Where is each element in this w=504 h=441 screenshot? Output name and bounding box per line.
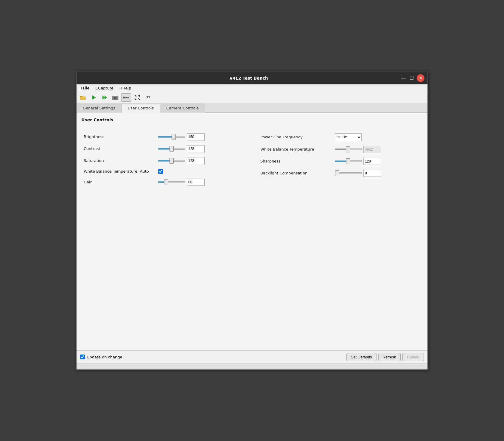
svg-marker-4 (102, 95, 105, 100)
update-on-change-checkbox[interactable] (80, 355, 85, 359)
brightness-slider-container (158, 133, 205, 140)
menu-capture[interactable]: CCapture (93, 85, 116, 91)
menubar: FFile CCapture HHelp (77, 84, 427, 92)
tab-bar: General Settings User Controls Camera Co… (77, 103, 427, 113)
wb-temp-label: White Balance Temperature (260, 147, 332, 151)
backlight-input[interactable] (363, 170, 381, 177)
section-title: User Controls (81, 117, 423, 122)
wb-auto-row: White Balance Temperature, Auto (84, 167, 244, 176)
close-button[interactable]: ✕ (417, 74, 424, 82)
help-icon: ⁇ (145, 95, 151, 100)
help-button[interactable]: ⁇ (143, 93, 153, 102)
resize-icon (134, 95, 141, 100)
saturation-input[interactable] (187, 157, 205, 164)
statusbar (77, 363, 427, 369)
bottom-left: Update on change (80, 355, 122, 359)
wb-temp-slider-container (335, 146, 381, 153)
contrast-input[interactable] (187, 145, 205, 152)
play-icon (91, 95, 97, 100)
svg-rect-2 (80, 96, 83, 97)
raw-label: RAW (123, 96, 130, 99)
maximize-button[interactable]: ☐ (408, 75, 415, 81)
svg-marker-3 (92, 95, 96, 100)
main-content: User Controls Brightness Contrast (77, 113, 427, 350)
resize-button[interactable] (133, 93, 142, 102)
bottom-bar: Update on change Set Defaults Refresh Up… (77, 350, 427, 363)
window-controls: — ☐ ✕ (400, 74, 424, 82)
left-column: Brightness Contrast Saturati (81, 131, 246, 188)
backlight-row: Backlight Compensation (260, 167, 420, 179)
wb-auto-checkbox[interactable] (158, 169, 163, 174)
gain-label: Gain (84, 180, 155, 184)
raw-button[interactable]: RAW (121, 93, 131, 102)
power-line-row: Power Line Frequency Disabled 50 Hz 60 H… (260, 131, 420, 143)
backlight-slider-container (335, 170, 381, 177)
power-line-select[interactable]: Disabled 50 Hz 60 Hz (335, 133, 362, 141)
play2-icon (102, 95, 107, 100)
bottom-right: Set Defaults Refresh Update (346, 353, 424, 361)
gain-row: Gain (84, 176, 244, 188)
wb-temp-slider (335, 146, 362, 152)
svg-rect-10 (117, 97, 118, 97)
sharpness-slider-container (335, 158, 381, 165)
wb-auto-label: White Balance Temperature, Auto (84, 169, 155, 174)
gain-slider-container (158, 179, 205, 186)
svg-point-8 (115, 97, 116, 99)
saturation-label: Saturation (84, 158, 155, 163)
svg-marker-5 (105, 95, 107, 100)
saturation-slider-container (158, 157, 205, 164)
gain-slider[interactable] (158, 179, 185, 185)
minimize-button[interactable]: — (400, 75, 407, 81)
tab-user-controls[interactable]: User Controls (122, 103, 160, 113)
power-line-label: Power Line Frequency (260, 135, 332, 139)
svg-text:⁇: ⁇ (146, 95, 150, 100)
tab-general-settings[interactable]: General Settings (77, 103, 122, 113)
camera-icon (112, 95, 119, 100)
wb-auto-checkbox-container (158, 169, 163, 174)
refresh-button[interactable]: Refresh (378, 353, 401, 361)
set-defaults-button[interactable]: Set Defaults (346, 353, 377, 361)
toolbar: RAW ⁇ (77, 92, 427, 103)
menu-file[interactable]: FFile (78, 85, 92, 91)
camera-button[interactable] (111, 93, 120, 102)
wb-temp-input (363, 146, 381, 153)
controls-container: Brightness Contrast Saturati (81, 131, 423, 188)
backlight-slider[interactable] (335, 170, 362, 176)
section-divider (81, 126, 423, 126)
contrast-slider-container (158, 145, 205, 152)
main-window: V4L2 Test Bench — ☐ ✕ FFile CCapture HHe… (76, 72, 428, 370)
contrast-row: Contrast (84, 143, 244, 155)
update-button[interactable]: Update (402, 353, 424, 361)
open-icon (80, 95, 86, 100)
saturation-row: Saturation (84, 155, 244, 167)
play-button[interactable] (89, 93, 99, 102)
svg-rect-1 (80, 97, 85, 100)
wb-temp-row: White Balance Temperature (260, 143, 420, 155)
sharpness-label: Sharpness (260, 159, 332, 163)
power-line-select-container: Disabled 50 Hz 60 Hz (335, 133, 362, 141)
tab-camera-controls[interactable]: Camera Controls (160, 103, 205, 113)
sharpness-slider[interactable] (335, 158, 362, 164)
right-column: Power Line Frequency Disabled 50 Hz 60 H… (258, 131, 423, 188)
brightness-slider[interactable] (158, 134, 185, 140)
play2-button[interactable] (100, 93, 109, 102)
svg-rect-9 (114, 96, 115, 96)
backlight-label: Backlight Compensation (260, 171, 332, 175)
saturation-slider[interactable] (158, 158, 185, 164)
contrast-slider[interactable] (158, 146, 185, 152)
open-button[interactable] (78, 93, 88, 102)
window-title: V4L2 Test Bench (97, 76, 400, 81)
titlebar: V4L2 Test Bench — ☐ ✕ (77, 72, 427, 84)
menu-help[interactable]: HHelp (117, 85, 133, 91)
update-on-change-label: Update on change (87, 355, 122, 359)
gain-input[interactable] (187, 179, 205, 186)
sharpness-input[interactable] (363, 158, 381, 165)
brightness-row: Brightness (84, 131, 244, 143)
sharpness-row: Sharpness (260, 155, 420, 167)
brightness-label: Brightness (84, 134, 155, 139)
contrast-label: Contrast (84, 146, 155, 151)
brightness-input[interactable] (187, 133, 205, 140)
